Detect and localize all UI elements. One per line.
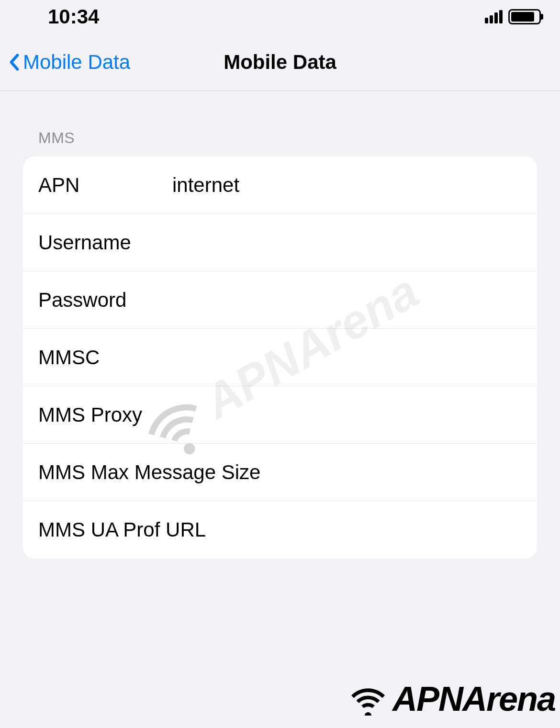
cellular-signal-icon — [485, 10, 503, 23]
back-label: Mobile Data — [23, 51, 130, 74]
mms-proxy-input[interactable] — [172, 403, 522, 426]
row-label: MMSC — [38, 346, 172, 369]
row-label: MMS UA Prof URL — [38, 518, 206, 541]
chevron-left-icon — [10, 54, 19, 71]
password-input[interactable] — [172, 289, 522, 312]
apn-input[interactable] — [172, 174, 522, 197]
watermark-bottom: APNArena — [347, 679, 555, 718]
wifi-icon — [347, 682, 390, 716]
settings-row-apn[interactable]: APN — [23, 157, 537, 214]
row-label: Password — [38, 289, 172, 312]
settings-row-mms-ua-prof[interactable]: MMS UA Prof URL — [23, 501, 537, 559]
back-button[interactable]: Mobile Data — [10, 51, 130, 74]
section-header: MMS — [23, 91, 537, 157]
status-icons — [485, 9, 541, 24]
settings-row-mms-proxy[interactable]: MMS Proxy — [23, 386, 537, 444]
watermark-text: APNArena — [392, 679, 555, 718]
page-title: Mobile Data — [224, 51, 336, 74]
row-label: MMS Proxy — [38, 403, 172, 426]
settings-row-mmsc[interactable]: MMSC — [23, 329, 537, 386]
row-label: MMS Max Message Size — [38, 461, 260, 484]
mmsc-input[interactable] — [172, 346, 522, 369]
settings-group: APN Username Password MMSC MMS Proxy MMS… — [23, 157, 537, 559]
status-bar: 10:34 — [0, 0, 560, 34]
row-label: Username — [38, 231, 172, 254]
settings-row-username[interactable]: Username — [23, 214, 537, 271]
status-time: 10:34 — [48, 5, 99, 28]
settings-row-password[interactable]: Password — [23, 271, 537, 329]
navigation-bar: Mobile Data Mobile Data — [0, 34, 560, 91]
content: MMS APN Username Password MMSC MMS Proxy… — [0, 91, 560, 559]
row-label: APN — [38, 174, 172, 197]
username-input[interactable] — [172, 231, 522, 254]
mms-ua-prof-input[interactable] — [206, 518, 522, 541]
mms-max-size-input[interactable] — [260, 461, 522, 484]
settings-row-mms-max-size[interactable]: MMS Max Message Size — [23, 444, 537, 501]
battery-icon — [508, 9, 541, 24]
